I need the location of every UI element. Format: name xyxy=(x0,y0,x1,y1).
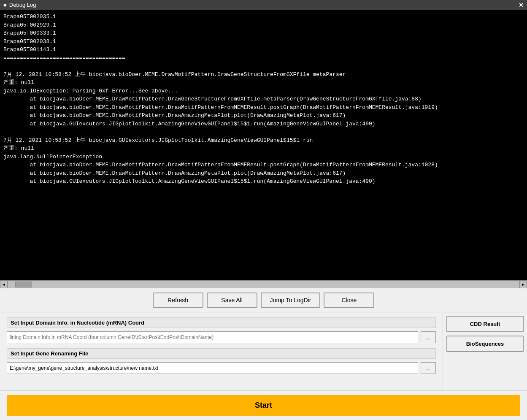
gene-renaming-section: Set Input Gene Renaming File ... xyxy=(7,348,436,374)
domain-section-label: Set Input Domain Info. in Nucleotide (mR… xyxy=(7,317,436,328)
left-panel: Set Input Domain Info. in Nucleotide (mR… xyxy=(0,312,443,390)
horizontal-scrollbar[interactable]: ◀ ▶ xyxy=(0,280,527,288)
debug-icon: ■ xyxy=(3,2,7,8)
domain-input[interactable] xyxy=(7,331,418,343)
debug-log-header: ■ Debug Log ✕ xyxy=(0,0,527,10)
button-bar: Refresh Save All Jump To LogDir Close xyxy=(0,288,527,312)
gene-renaming-input[interactable] xyxy=(7,362,418,374)
scroll-track[interactable] xyxy=(8,281,519,288)
debug-log-body[interactable]: Brapa05T002035.1 Brapa05T002929.1 Brapa0… xyxy=(0,10,527,280)
gene-renaming-label: Set Input Gene Renaming File xyxy=(7,348,436,359)
main-container: ■ Debug Log ✕ Brapa05T002035.1 Brapa05T0… xyxy=(0,0,527,420)
domain-browse-button[interactable]: ... xyxy=(421,331,436,343)
domain-input-row: ... xyxy=(7,331,436,343)
close-icon[interactable]: ✕ xyxy=(519,2,524,8)
debug-log-title: ■ Debug Log xyxy=(3,2,36,8)
debug-log-title-text: Debug Log xyxy=(9,2,36,8)
right-panel: CDD Result BioSequences xyxy=(443,312,527,390)
gene-renaming-browse-button[interactable]: ... xyxy=(421,362,436,374)
cdd-result-button[interactable]: CDD Result xyxy=(446,316,524,332)
scroll-right-btn[interactable]: ▶ xyxy=(519,281,527,288)
start-button[interactable]: Start xyxy=(7,395,520,416)
scroll-left-btn[interactable]: ◀ xyxy=(0,281,8,288)
jump-to-logdir-button[interactable]: Jump To LogDir xyxy=(261,293,321,308)
start-btn-container: Start xyxy=(0,390,527,420)
close-button[interactable]: Close xyxy=(324,293,374,308)
gene-renaming-input-row: ... xyxy=(7,362,436,374)
save-all-button[interactable]: Save All xyxy=(207,293,257,308)
log-content: Brapa05T002035.1 Brapa05T002929.1 Brapa0… xyxy=(3,13,524,186)
scroll-thumb[interactable] xyxy=(15,282,32,287)
bottom-section: Set Input Domain Info. in Nucleotide (mR… xyxy=(0,312,527,390)
refresh-button[interactable]: Refresh xyxy=(153,293,203,308)
bio-sequences-button[interactable]: BioSequences xyxy=(446,336,524,352)
domain-section: Set Input Domain Info. in Nucleotide (mR… xyxy=(7,317,436,343)
